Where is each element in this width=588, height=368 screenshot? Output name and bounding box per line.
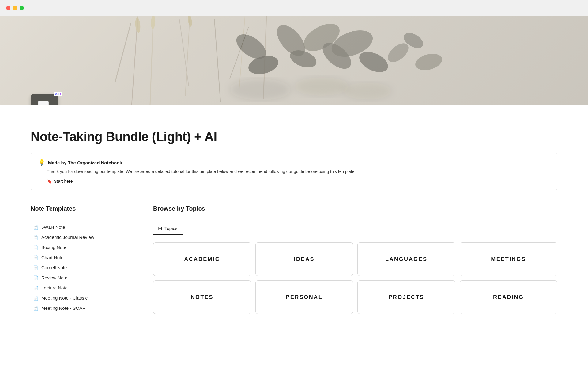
note-list-item[interactable]: 📄 Review Note: [31, 273, 135, 282]
topic-label: IDEAS: [294, 256, 315, 263]
ai-badge: AI✦: [54, 92, 62, 96]
doc-icon: 📄: [33, 265, 38, 270]
close-button[interactable]: [6, 6, 10, 10]
topic-card[interactable]: MEETINGS: [460, 242, 558, 276]
doc-icon: 📄: [33, 306, 38, 311]
note-list-item[interactable]: 📄 Meeting Note - Classic: [31, 293, 135, 303]
tab-topics[interactable]: ⊞ Topics: [153, 222, 183, 235]
start-here-link[interactable]: 🔖 Start here: [47, 179, 73, 184]
topic-label: PROJECTS: [388, 294, 424, 301]
note-item-label: Lecture Note: [41, 285, 68, 290]
note-list-item[interactable]: 📄 Academic Journal Review: [31, 232, 135, 242]
note-list-item[interactable]: 📄 5W1H Note: [31, 222, 135, 232]
note-list: 📄 5W1H Note 📄 Academic Journal Review 📄 …: [31, 222, 135, 313]
hero-banner: AI✦: [0, 16, 588, 105]
doc-icon: 📄: [33, 286, 38, 290]
info-box-header: 💡 Made by The Organized Notebook: [38, 159, 550, 166]
topic-card[interactable]: NOTES: [153, 280, 251, 314]
browse-topics-title: Browse by Topics: [153, 205, 557, 216]
tab-topics-label: Topics: [164, 226, 178, 231]
info-box: 💡 Made by The Organized Notebook Thank y…: [31, 153, 557, 190]
main-content: Note-Taking Bundle (Light) + AI 💡 Made b…: [0, 105, 588, 314]
info-box-description: Thank you for downloading our template! …: [47, 168, 550, 175]
page-icon-container: AI✦: [31, 94, 58, 105]
note-templates-section: Note Templates 📄 5W1H Note 📄 Academic Jo…: [31, 205, 135, 313]
topic-card[interactable]: PERSONAL: [255, 280, 353, 314]
note-list-item[interactable]: 📄 Meeting Note - SOAP: [31, 303, 135, 313]
topic-label: PERSONAL: [286, 294, 322, 301]
topic-label: ACADEMIC: [184, 256, 220, 263]
topic-label: LANGUAGES: [385, 256, 428, 263]
doc-icon: 📄: [33, 255, 38, 260]
page-icon: AI✦: [31, 94, 58, 105]
topic-grid: ACADEMICIDEASLANGUAGESMEETINGSNOTESPERSO…: [153, 242, 557, 314]
doc-icon: 📄: [33, 235, 38, 240]
start-here-label: Start here: [54, 179, 73, 184]
info-box-title: Made by The Organized Notebook: [48, 160, 122, 165]
svg-rect-24: [38, 101, 49, 105]
topic-card[interactable]: IDEAS: [255, 242, 353, 276]
note-list-item[interactable]: 📄 Chart Note: [31, 253, 135, 262]
topic-label: MEETINGS: [491, 256, 526, 263]
tab-bar: ⊞ Topics: [153, 222, 557, 235]
document-svg: [36, 100, 53, 105]
bookmark-icon: 🔖: [47, 179, 52, 184]
doc-icon: 📄: [33, 245, 38, 250]
note-item-label: Academic Journal Review: [41, 235, 94, 240]
note-item-label: Review Note: [41, 275, 67, 280]
note-item-label: Meeting Note - SOAP: [41, 305, 85, 311]
svg-point-19: [294, 77, 349, 96]
maximize-button[interactable]: [20, 6, 24, 10]
topic-card[interactable]: PROJECTS: [357, 280, 455, 314]
grid-icon: ⊞: [158, 225, 162, 231]
browse-topics-section: Browse by Topics ⊞ Topics ACADEMICIDEASL…: [153, 205, 557, 314]
svg-point-20: [343, 82, 392, 100]
note-item-label: Boxing Note: [41, 245, 66, 250]
doc-icon: 📄: [33, 275, 38, 280]
note-list-item[interactable]: 📄 Lecture Note: [31, 283, 135, 293]
note-item-label: Chart Note: [41, 255, 64, 260]
page-title: Note-Taking Bundle (Light) + AI: [31, 129, 557, 144]
note-item-label: Cornell Note: [41, 265, 67, 270]
minimize-button[interactable]: [13, 6, 17, 10]
two-column-layout: Note Templates 📄 5W1H Note 📄 Academic Jo…: [31, 205, 557, 314]
note-list-item[interactable]: 📄 Boxing Note: [31, 243, 135, 252]
title-bar: [0, 0, 588, 16]
note-templates-title: Note Templates: [31, 205, 135, 216]
topic-label: NOTES: [190, 294, 213, 301]
topic-card[interactable]: LANGUAGES: [357, 242, 455, 276]
note-item-label: 5W1H Note: [41, 224, 65, 230]
note-list-item[interactable]: 📄 Cornell Note: [31, 263, 135, 272]
note-item-label: Meeting Note - Classic: [41, 295, 88, 301]
doc-icon: 📄: [33, 225, 38, 230]
doc-icon: 📄: [33, 296, 38, 301]
topic-label: READING: [493, 294, 524, 301]
topic-card[interactable]: ACADEMIC: [153, 242, 251, 276]
bulb-icon: 💡: [38, 159, 45, 166]
topic-card[interactable]: READING: [460, 280, 558, 314]
svg-point-18: [230, 79, 291, 100]
